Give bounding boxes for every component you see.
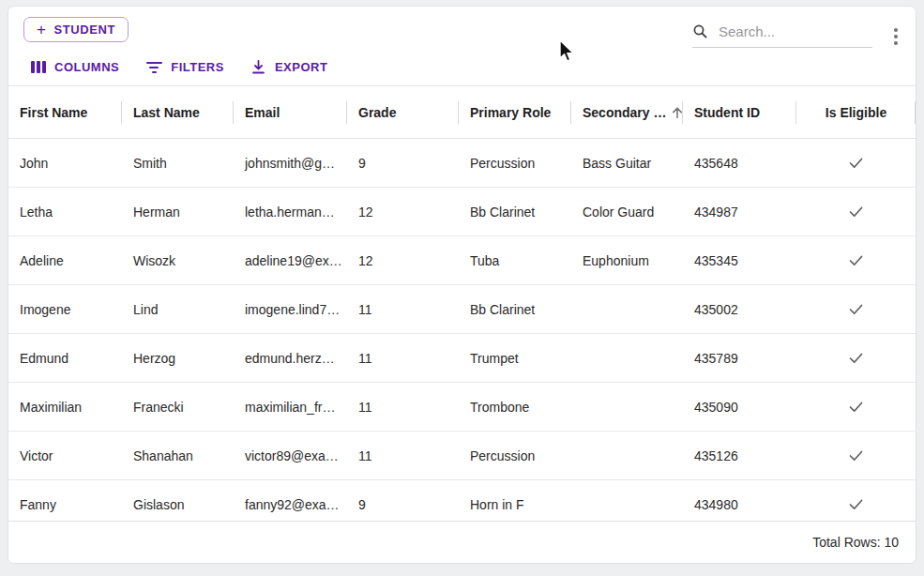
cell-primary-role: Tuba (459, 253, 571, 268)
cell-grade: 11 (347, 351, 459, 366)
table-row[interactable]: Edmund Herzog edmund.herz… 11 Trumpet 43… (8, 334, 916, 383)
table-row[interactable]: John Smith johnsmith@g… 9 Percussion Bas… (8, 139, 916, 188)
cell-is-eligible (796, 447, 916, 464)
cell-grade: 11 (347, 302, 459, 317)
sort-ascending-icon (670, 105, 683, 120)
filters-button[interactable]: FILTERS (145, 60, 224, 74)
cell-first-name: Edmund (8, 351, 122, 366)
check-icon (847, 154, 865, 172)
cell-is-eligible (796, 300, 916, 318)
column-header-grade[interactable]: Grade (347, 86, 459, 138)
cell-grade: 11 (347, 400, 459, 415)
columns-button[interactable]: COLUMNS (31, 60, 119, 74)
table-row[interactable]: Imogene Lind imogene.lind7… 11 Bb Clarin… (8, 285, 916, 334)
cell-email: adeline19@ex… (234, 253, 347, 268)
column-header-email[interactable]: Email (234, 86, 347, 138)
search-input[interactable] (717, 23, 872, 40)
cell-student-id: 435126 (683, 448, 796, 463)
cell-student-id: 435002 (683, 302, 796, 317)
cell-is-eligible (796, 251, 916, 269)
toolbar: + STUDENT COLUMNS FILTERS EXPORT (8, 7, 916, 85)
check-icon (847, 349, 865, 367)
cell-last-name: Lind (122, 302, 234, 317)
plus-icon: + (37, 22, 47, 38)
check-icon (847, 495, 865, 513)
cell-secondary-role: Bass Guitar (571, 156, 683, 171)
total-rows-label: Total Rows: 10 (812, 535, 899, 550)
columns-icon (31, 61, 46, 73)
cell-primary-role: Percussion (459, 156, 571, 171)
cell-student-id: 434980 (683, 497, 796, 512)
column-header-last-name[interactable]: Last Name (122, 86, 234, 138)
kebab-menu-icon[interactable] (886, 23, 905, 50)
cell-last-name: Shanahan (122, 448, 234, 463)
table-row[interactable]: Maximilian Franecki maximilian_fr… 11 Tr… (8, 383, 916, 432)
check-icon (847, 203, 865, 220)
cell-first-name: Imogene (8, 302, 122, 317)
columns-label: COLUMNS (54, 60, 119, 74)
table-body: John Smith johnsmith@g… 9 Percussion Bas… (8, 139, 916, 529)
table-row[interactable]: Adeline Wisozk adeline19@ex… 12 Tuba Eup… (8, 236, 916, 285)
grid-toolbar-actions: COLUMNS FILTERS EXPORT (31, 59, 327, 75)
cell-first-name: John (8, 156, 122, 171)
check-icon (847, 398, 865, 416)
table-footer: Total Rows: 10 (8, 521, 916, 563)
cell-last-name: Gislason (122, 497, 234, 512)
cell-first-name: Maximilian (8, 400, 122, 415)
cell-primary-role: Trumpet (459, 351, 571, 366)
cell-secondary-role: Color Guard (571, 205, 683, 220)
cell-last-name: Herman (122, 205, 234, 220)
cell-last-name: Herzog (122, 351, 234, 366)
export-button[interactable]: EXPORT (250, 59, 327, 75)
column-header-primary-role[interactable]: Primary Role (459, 86, 571, 138)
cell-email: maximilian_fr… (234, 400, 347, 415)
table-row[interactable]: Victor Shanahan victor89@exa… 11 Percuss… (8, 432, 916, 480)
cell-student-id: 435789 (683, 351, 796, 366)
cell-primary-role: Bb Clarinet (459, 302, 571, 317)
cell-email: victor89@exa… (234, 448, 347, 463)
table-row[interactable]: Letha Herman letha.herman… 12 Bb Clarine… (8, 188, 916, 236)
cell-email: letha.herman… (234, 205, 347, 220)
cell-last-name: Franecki (122, 400, 234, 415)
cell-grade: 12 (347, 205, 459, 220)
column-header-secondary-role[interactable]: Secondary … (571, 86, 683, 138)
student-table-panel: + STUDENT COLUMNS FILTERS EXPORT (8, 6, 916, 564)
cell-grade: 9 (347, 497, 459, 512)
cell-student-id: 435090 (683, 400, 796, 415)
search-icon (692, 23, 708, 39)
check-icon (847, 300, 865, 318)
table-header-row: First Name Last Name Email Grade Primary… (8, 85, 916, 139)
check-icon (847, 447, 865, 464)
cell-last-name: Wisozk (122, 253, 234, 268)
search-box (692, 19, 872, 48)
cell-email: fanny92@exa… (234, 497, 347, 512)
column-header-is-eligible[interactable]: Is Eligible (796, 86, 916, 138)
add-student-button[interactable]: + STUDENT (23, 17, 129, 42)
cell-first-name: Fanny (8, 497, 122, 512)
column-header-first-name[interactable]: First Name (8, 86, 122, 138)
add-student-label: STUDENT (54, 23, 116, 37)
cell-is-eligible (796, 203, 916, 220)
cell-primary-role: Percussion (459, 448, 571, 463)
download-icon (250, 59, 266, 75)
column-header-student-id[interactable]: Student ID (683, 86, 796, 138)
cell-email: imogene.lind7… (234, 302, 347, 317)
cell-primary-role: Trombone (459, 400, 571, 415)
cell-is-eligible (796, 154, 916, 172)
cell-first-name: Victor (8, 448, 122, 463)
cell-is-eligible (796, 398, 916, 416)
cell-primary-role: Horn in F (459, 497, 571, 512)
cell-grade: 12 (347, 253, 459, 268)
export-label: EXPORT (275, 60, 327, 74)
cell-grade: 11 (347, 448, 459, 463)
cell-first-name: Letha (8, 205, 122, 220)
cell-email: edmund.herz… (234, 351, 347, 366)
cell-primary-role: Bb Clarinet (459, 205, 571, 220)
cell-is-eligible (796, 495, 916, 513)
cell-is-eligible (796, 349, 916, 367)
cell-student-id: 434987 (683, 205, 796, 220)
cell-grade: 9 (347, 156, 459, 171)
cell-email: johnsmith@g… (234, 156, 347, 171)
cell-first-name: Adeline (8, 253, 122, 268)
cell-last-name: Smith (122, 156, 234, 171)
